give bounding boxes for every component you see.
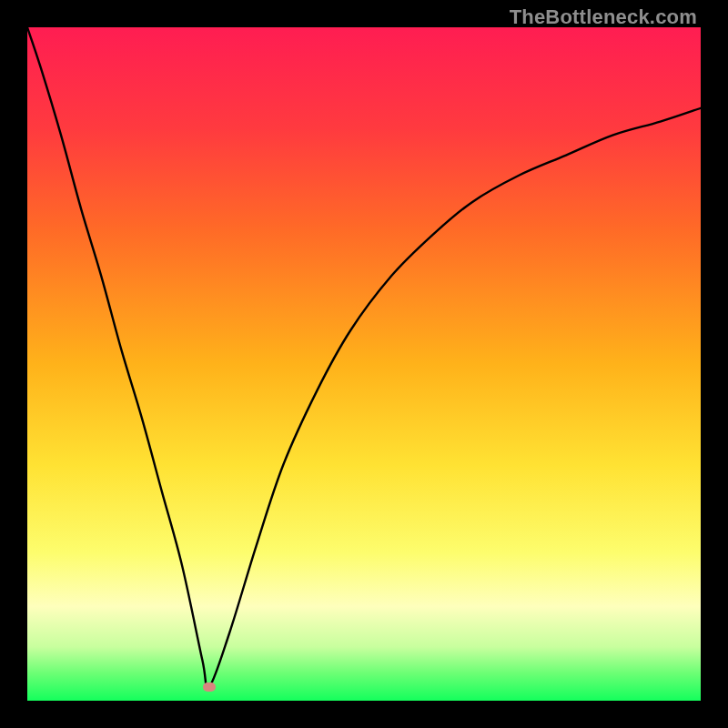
plot-area — [27, 27, 701, 701]
chart-frame: TheBottleneck.com — [0, 0, 728, 728]
watermark-label: TheBottleneck.com — [510, 5, 697, 29]
bottleneck-curve — [27, 27, 701, 701]
minimum-marker — [203, 682, 216, 692]
